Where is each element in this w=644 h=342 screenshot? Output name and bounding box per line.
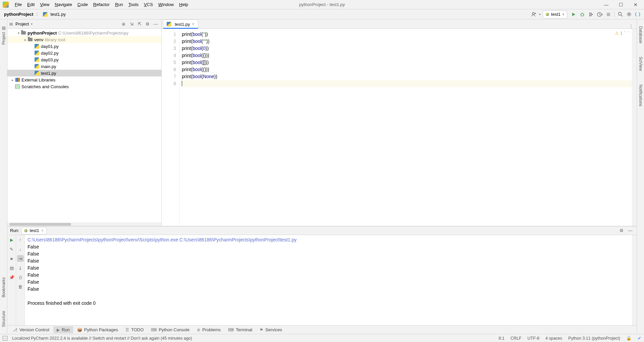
editor-code[interactable]: print(bool(''))print(bool(""))print(bool… xyxy=(180,29,632,226)
tree-venv[interactable]: ▸ venv library root xyxy=(7,36,161,43)
menu-window[interactable]: Window xyxy=(156,1,176,8)
editor-scrollbar[interactable] xyxy=(632,29,637,226)
run-settings-button[interactable]: ⚙ xyxy=(618,227,625,234)
breadcrumb-project[interactable]: pythonProject xyxy=(2,11,35,17)
run-settings-icon[interactable]: ✎ xyxy=(8,246,15,252)
tree-file[interactable]: ▸day03.py xyxy=(7,56,161,63)
tree-file[interactable]: ▸test1.py xyxy=(7,70,161,76)
menu-edit[interactable]: Edit xyxy=(24,1,37,8)
pin-button[interactable]: 📌 xyxy=(8,274,15,281)
svg-point-0 xyxy=(532,12,534,14)
tree-scratches[interactable]: ▸ Scratches and Consoles xyxy=(7,83,161,90)
print-button[interactable]: ⎙ xyxy=(17,274,24,281)
editor-inspections[interactable]: ⚠ 1 ˄ ˅ xyxy=(615,31,629,36)
profile-button[interactable]: ▾ xyxy=(595,10,604,19)
close-button[interactable]: ✕ xyxy=(633,2,639,8)
lock-icon[interactable]: 🔒 xyxy=(626,336,632,341)
bottom-tool-todo[interactable]: ☰TODO xyxy=(122,326,147,333)
maximize-button[interactable]: ☐ xyxy=(618,2,624,8)
menu-help[interactable]: Help xyxy=(176,1,191,8)
console-line: False xyxy=(28,258,629,265)
project-panel-title[interactable]: Project xyxy=(15,21,29,26)
run-sidebar-primary: ▶ ✎ ■ ▤ 📌 xyxy=(7,235,16,325)
project-tree[interactable]: ▾ pythonProject C:\Users\86186\PycharmPr… xyxy=(7,29,161,223)
tool-tab-sciview[interactable]: SciView xyxy=(638,57,643,71)
soft-wrap-button[interactable]: ⇥ xyxy=(17,255,24,262)
chevron-down-icon[interactable]: ▾ xyxy=(31,22,33,26)
bottom-tool-version-control[interactable]: ⎇Version Control xyxy=(9,326,53,333)
up-button[interactable]: ↑ xyxy=(17,236,24,243)
down-button[interactable]: ↓ xyxy=(17,246,24,252)
status-caret-position[interactable]: 8:1 xyxy=(499,336,504,341)
tree-root[interactable]: ▾ pythonProject C:\Users\86186\PycharmPr… xyxy=(7,30,161,36)
panel-settings-button[interactable]: ⚙ xyxy=(144,20,151,28)
tree-external-libraries[interactable]: ▸ External Libraries xyxy=(7,76,161,83)
python-file-icon xyxy=(35,57,39,62)
menu-run[interactable]: Run xyxy=(112,1,126,8)
run-tab-close[interactable]: × xyxy=(41,228,44,233)
debug-button[interactable] xyxy=(578,10,587,19)
console-scrollbar[interactable] xyxy=(632,235,637,325)
bottom-tool-problems[interactable]: ⊘Problems xyxy=(194,326,224,333)
editor-more-button[interactable]: ⋮ xyxy=(626,23,637,28)
hide-panel-button[interactable]: — xyxy=(152,20,159,28)
menu-view[interactable]: View xyxy=(37,1,52,8)
run-console[interactable]: C:\Users\86186\PycharmProjects\pythonPro… xyxy=(25,235,632,325)
minimize-button[interactable]: — xyxy=(603,2,609,8)
tab-close-button[interactable]: × xyxy=(192,22,195,26)
bottom-tool-terminal[interactable]: ⌨Terminal xyxy=(225,326,256,333)
locate-button[interactable]: ⊕ xyxy=(120,20,127,28)
rerun-button[interactable]: ▶ xyxy=(8,236,15,243)
tree-file[interactable]: ▸day02.py xyxy=(7,50,161,56)
search-everywhere-button[interactable] xyxy=(616,10,625,19)
bottom-tool-run[interactable]: ▶Run xyxy=(53,326,73,333)
menu-navigate[interactable]: Navigate xyxy=(52,1,74,8)
status-indent[interactable]: 4 spaces xyxy=(545,336,562,341)
scroll-end-button[interactable]: ⤓ xyxy=(17,265,24,271)
tree-file[interactable]: ▸main.py xyxy=(7,63,161,70)
status-interpreter[interactable]: Python 3.11 (pythonProject) xyxy=(568,336,620,341)
expand-all-button[interactable]: ⇲ xyxy=(128,20,135,28)
breadcrumb-file[interactable]: test1.py xyxy=(41,11,68,17)
status-message[interactable]: Localized PyCharm 2022.2.4 is available … xyxy=(12,336,192,341)
tool-tab-database[interactable]: Database xyxy=(638,26,643,43)
menu-code[interactable]: Code xyxy=(75,1,91,8)
bottom-tool-services[interactable]: ⚑Services xyxy=(256,326,285,333)
status-line-sep[interactable]: CRLF xyxy=(511,336,522,341)
editor-gutter[interactable]: 12345678 xyxy=(162,29,180,226)
ide-notifications-icon[interactable]: ✔ xyxy=(638,336,641,341)
bottom-tool-python-packages[interactable]: 📦Python Packages xyxy=(74,326,121,333)
tool-tab-bookmarks[interactable]: Bookmarks xyxy=(1,277,6,297)
project-panel-header: ▤ Project ▾ ⊕ ⇲ ⇱ ⚙ — xyxy=(7,19,161,29)
ide-settings-button[interactable] xyxy=(625,10,633,19)
menu-file[interactable]: File xyxy=(12,1,24,8)
clear-button[interactable]: 🗑 xyxy=(17,283,24,290)
menu-refactor[interactable]: Refactor xyxy=(91,1,112,8)
status-message-icon[interactable]: — xyxy=(3,336,7,341)
editor-tab[interactable]: test1.py × xyxy=(163,19,198,28)
prev-highlight-button[interactable]: ˄ xyxy=(624,31,626,36)
project-scrollbar[interactable] xyxy=(7,223,161,226)
next-highlight-button[interactable]: ˅ xyxy=(627,31,629,36)
stop-button[interactable] xyxy=(604,10,613,19)
tool-tab-notifications[interactable]: Notifications xyxy=(638,84,643,106)
python-file-icon xyxy=(43,12,48,17)
menu-vcs[interactable]: VCS xyxy=(141,1,156,8)
tool-tab-project[interactable]: Project ▤ xyxy=(1,26,6,45)
stop-process-button[interactable]: ■ xyxy=(8,255,15,262)
layout-button[interactable]: ▤ xyxy=(8,265,15,271)
collapse-all-button[interactable]: ⇱ xyxy=(136,20,143,28)
run-config-selector[interactable]: test1 ▾ xyxy=(543,10,567,18)
run-tab[interactable]: test1 × xyxy=(21,227,47,234)
tree-file-label: day02.py xyxy=(41,51,59,56)
tool-tab-structure[interactable]: Structure xyxy=(1,311,6,327)
bottom-tool-python-console[interactable]: ⌨Python Console xyxy=(148,326,193,333)
tree-file[interactable]: ▸day01.py xyxy=(7,43,161,50)
add-user-button[interactable] xyxy=(530,10,538,19)
coverage-button[interactable] xyxy=(587,10,595,19)
run-button[interactable] xyxy=(569,10,578,19)
run-hide-button[interactable]: — xyxy=(627,227,634,234)
code-with-me-button[interactable] xyxy=(633,10,642,19)
menu-tools[interactable]: Tools xyxy=(126,1,141,8)
status-encoding[interactable]: UTF-8 xyxy=(528,336,539,341)
